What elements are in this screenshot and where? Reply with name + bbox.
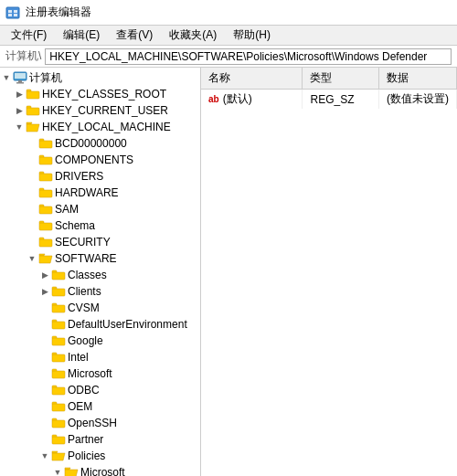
tree-label-defaultuserenv: DefaultUserEnvironment bbox=[68, 318, 187, 331]
folder-icon-microsoft2 bbox=[64, 466, 79, 476]
tree-item-classes[interactable]: ▶Classes bbox=[0, 267, 200, 283]
svg-rect-4 bbox=[14, 14, 17, 16]
svg-rect-3 bbox=[8, 14, 12, 16]
menu-favorites[interactable]: 收藏夹(A) bbox=[162, 26, 224, 45]
tree-toggle-google bbox=[38, 334, 51, 347]
tree-item-schema[interactable]: Schema bbox=[0, 217, 200, 234]
tree-item-cvsm[interactable]: CVSM bbox=[0, 300, 200, 316]
folder-icon-hkcu bbox=[26, 104, 40, 117]
menu-view[interactable]: 查看(V) bbox=[109, 26, 160, 45]
tree-item-components[interactable]: COMPONENTS bbox=[0, 152, 200, 168]
reg-name: ab(默认) bbox=[201, 90, 303, 110]
svg-rect-1 bbox=[8, 10, 12, 13]
folder-icon-google bbox=[51, 334, 66, 347]
tree-item-odbc[interactable]: ODBC bbox=[0, 382, 200, 398]
tree-toggle-clients[interactable]: ▶ bbox=[38, 285, 51, 298]
tree-label-partner: Partner bbox=[68, 433, 103, 446]
tree-label-policies: Policies bbox=[68, 450, 105, 462]
tree-item-hardware[interactable]: HARDWARE bbox=[0, 185, 200, 201]
col-data: 数据 bbox=[378, 68, 456, 90]
tree-item-intel[interactable]: Intel bbox=[0, 349, 200, 365]
tree-item-bcd[interactable]: BCD00000000 bbox=[0, 135, 200, 152]
tree-item-oem[interactable]: OEM bbox=[0, 398, 200, 415]
tree-panel[interactable]: ▼计算机▶HKEY_CLASSES_ROOT▶HKEY_CURRENT_USER… bbox=[0, 68, 201, 476]
tree-item-software[interactable]: ▼SOFTWARE bbox=[0, 250, 200, 267]
tree-item-policies[interactable]: ▼Policies bbox=[0, 448, 200, 464]
menu-file[interactable]: 文件(F) bbox=[4, 26, 54, 45]
svg-rect-24 bbox=[39, 223, 52, 230]
svg-rect-42 bbox=[52, 387, 65, 395]
tree-label-computer: 计算机 bbox=[29, 70, 62, 86]
svg-rect-8 bbox=[16, 82, 24, 84]
tree-toggle-intel bbox=[38, 351, 51, 364]
tree-toggle-hkcr[interactable]: ▶ bbox=[13, 88, 26, 100]
tree-item-security[interactable]: SECURITY bbox=[0, 234, 200, 250]
tree-item-microsoft[interactable]: Microsoft bbox=[0, 365, 200, 382]
tree-label-clients: Clients bbox=[68, 285, 101, 298]
tree-toggle-classes[interactable]: ▶ bbox=[38, 269, 51, 281]
folder-icon-hardware bbox=[38, 186, 53, 199]
svg-rect-10 bbox=[27, 91, 39, 99]
tree-toggle-security bbox=[26, 236, 38, 249]
folder-icon-drivers bbox=[38, 170, 53, 183]
table-row[interactable]: ab(默认)REG_SZ(数值未设置) bbox=[201, 90, 457, 110]
regedit-icon bbox=[5, 5, 20, 20]
menu-help[interactable]: 帮助(H) bbox=[226, 26, 278, 45]
tree-label-software: SOFTWARE bbox=[55, 252, 117, 265]
title-bar: 注册表编辑器 bbox=[0, 0, 457, 26]
tree-toggle-microsoft2[interactable]: ▼ bbox=[51, 466, 64, 476]
col-name: 名称 bbox=[201, 68, 303, 90]
tree-toggle-microsoft bbox=[38, 367, 51, 380]
folder-icon-hklm bbox=[26, 121, 40, 133]
tree-item-microsoft2[interactable]: ▼Microsoft bbox=[0, 464, 200, 476]
tree-item-partner[interactable]: Partner bbox=[0, 431, 200, 448]
folder-icon-sam bbox=[38, 203, 53, 216]
tree-item-google[interactable]: Google bbox=[0, 333, 200, 349]
address-path[interactable]: HKEY_LOCAL_MACHINE\SOFTWARE\Policies\Mic… bbox=[45, 48, 452, 65]
tree-item-computer[interactable]: ▼计算机 bbox=[0, 69, 200, 86]
tree-toggle-policies[interactable]: ▼ bbox=[38, 450, 51, 462]
tree-label-openssh: OpenSSH bbox=[68, 417, 117, 429]
tree-item-hklm[interactable]: ▼HKEY_LOCAL_MACHINE bbox=[0, 119, 200, 135]
folder-icon-security bbox=[38, 236, 53, 249]
svg-rect-48 bbox=[52, 437, 65, 444]
svg-rect-36 bbox=[52, 338, 65, 345]
tree-toggle-oem bbox=[38, 400, 51, 413]
svg-rect-32 bbox=[52, 305, 65, 312]
svg-rect-7 bbox=[18, 80, 22, 82]
svg-rect-12 bbox=[27, 108, 39, 115]
computer-icon-computer bbox=[13, 71, 27, 84]
address-bar: 计算机\ HKEY_LOCAL_MACHINE\SOFTWARE\Policie… bbox=[0, 46, 457, 68]
tree-item-clients[interactable]: ▶Clients bbox=[0, 283, 200, 300]
tree-label-bcd: BCD00000000 bbox=[55, 137, 127, 150]
tree-item-defaultuserenv[interactable]: DefaultUserEnvironment bbox=[0, 316, 200, 333]
tree-label-hkcu: HKEY_CURRENT_USER bbox=[42, 104, 168, 117]
tree-toggle-computer[interactable]: ▼ bbox=[0, 71, 13, 84]
folder-icon-oem bbox=[51, 400, 66, 413]
title-bar-text: 注册表编辑器 bbox=[26, 5, 91, 20]
tree-label-microsoft: Microsoft bbox=[68, 367, 112, 380]
svg-rect-46 bbox=[52, 420, 65, 428]
tree-item-hkcr[interactable]: ▶HKEY_CLASSES_ROOT bbox=[0, 86, 200, 102]
main-container: ▼计算机▶HKEY_CLASSES_ROOT▶HKEY_CURRENT_USER… bbox=[0, 68, 457, 476]
folder-icon-partner bbox=[51, 433, 66, 446]
tree-label-classes: Classes bbox=[68, 269, 107, 281]
address-label: 计算机\ bbox=[5, 48, 41, 64]
tree-item-hkcu[interactable]: ▶HKEY_CURRENT_USER bbox=[0, 102, 200, 119]
folder-icon-defaultuserenv bbox=[51, 318, 66, 331]
svg-rect-20 bbox=[39, 190, 52, 197]
tree-item-sam[interactable]: SAM bbox=[0, 201, 200, 217]
tree-toggle-cvsm bbox=[38, 301, 51, 314]
tree-label-cvsm: CVSM bbox=[68, 301, 100, 314]
tree-toggle-software[interactable]: ▼ bbox=[26, 252, 38, 265]
tree-toggle-hardware bbox=[26, 186, 38, 199]
tree-toggle-hklm[interactable]: ▼ bbox=[13, 121, 26, 133]
tree-label-sam: SAM bbox=[55, 203, 79, 216]
tree-item-openssh[interactable]: OpenSSH bbox=[0, 415, 200, 431]
svg-rect-34 bbox=[52, 322, 65, 329]
tree-item-drivers[interactable]: DRIVERS bbox=[0, 168, 200, 185]
reg-type: REG_SZ bbox=[303, 90, 379, 110]
tree-toggle-hkcu[interactable]: ▶ bbox=[13, 104, 26, 117]
tree-toggle-openssh bbox=[38, 417, 51, 429]
menu-edit[interactable]: 编辑(E) bbox=[56, 26, 107, 45]
